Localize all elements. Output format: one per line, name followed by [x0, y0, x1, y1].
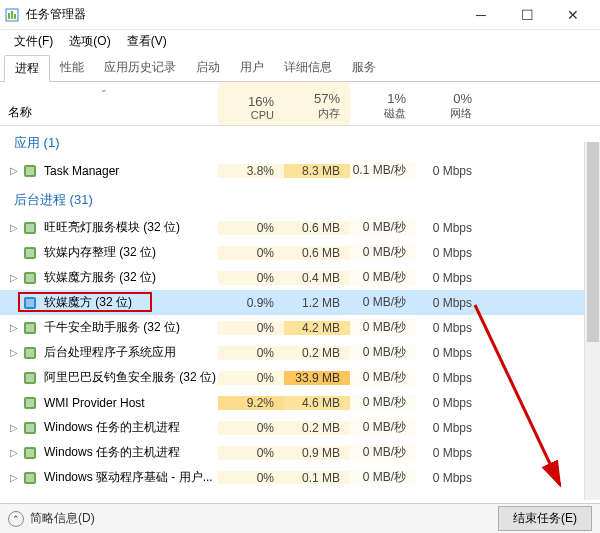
net-value: 0 Mbps — [416, 221, 482, 235]
footer: ⌃ 简略信息(D) 结束任务(E) — [0, 503, 600, 533]
process-name: WMI Provider Host — [44, 396, 145, 410]
svg-rect-11 — [26, 274, 34, 282]
expand-icon[interactable]: ▷ — [8, 472, 20, 483]
expand-icon[interactable]: ▷ — [8, 447, 20, 458]
cpu-value: 0% — [218, 446, 284, 460]
table-row[interactable]: ▷Windows 任务的主机进程0%0.2 MB0 MB/秒0 Mbps — [0, 415, 600, 440]
mem-value: 1.2 MB — [284, 296, 350, 310]
header-net-label: 网络 — [416, 106, 472, 121]
cpu-value: 0% — [218, 246, 284, 260]
process-icon — [22, 445, 38, 461]
table-row[interactable]: ▷软媒魔方服务 (32 位)0%0.4 MB0 MB/秒0 Mbps — [0, 265, 600, 290]
tab-users[interactable]: 用户 — [230, 55, 274, 81]
tab-details[interactable]: 详细信息 — [274, 55, 342, 81]
table-row[interactable]: ▷软媒内存整理 (32 位)0%0.6 MB0 MB/秒0 Mbps — [0, 240, 600, 265]
scrollbar[interactable] — [584, 142, 600, 500]
svg-rect-15 — [26, 324, 34, 332]
mem-value: 0.2 MB — [284, 346, 350, 360]
disk-value: 0 MB/秒 — [350, 469, 416, 484]
svg-rect-23 — [26, 424, 34, 432]
mem-value: 0.6 MB — [284, 246, 350, 260]
process-name: Windows 任务的主机进程 — [44, 444, 180, 461]
process-icon — [22, 320, 38, 336]
mem-value: 0.1 MB — [284, 471, 350, 485]
svg-rect-27 — [26, 474, 34, 482]
close-button[interactable]: ✕ — [550, 0, 596, 30]
mem-value: 0.2 MB — [284, 421, 350, 435]
header-net-pct: 0% — [416, 91, 472, 106]
window-title: 任务管理器 — [26, 6, 458, 23]
scroll-thumb[interactable] — [587, 142, 599, 342]
tab-processes[interactable]: 进程 — [4, 55, 50, 82]
process-icon — [22, 163, 38, 179]
cpu-value: 0% — [218, 346, 284, 360]
maximize-button[interactable]: ☐ — [504, 0, 550, 30]
header-mem-label: 内存 — [284, 106, 340, 121]
cpu-value: 3.8% — [218, 164, 284, 178]
app-icon — [4, 7, 20, 23]
header-network[interactable]: 0% 网络 — [416, 82, 482, 125]
svg-rect-21 — [26, 399, 34, 407]
expand-icon[interactable]: ▷ — [8, 347, 20, 358]
disk-value: 0 MB/秒 — [350, 444, 416, 461]
disk-value: 0 MB/秒 — [350, 394, 416, 411]
mem-value: 4.2 MB — [284, 321, 350, 335]
table-row[interactable]: ▷软媒魔方 (32 位)0.9%1.2 MB0 MB/秒0 Mbps — [0, 290, 600, 315]
header-cpu[interactable]: 16% CPU — [218, 82, 284, 125]
svg-rect-13 — [26, 299, 34, 307]
table-row[interactable]: ▷旺旺亮灯服务模块 (32 位)0%0.6 MB0 MB/秒0 Mbps — [0, 215, 600, 240]
svg-rect-19 — [26, 374, 34, 382]
header-name[interactable]: ⌄ 名称 — [0, 82, 218, 125]
table-row[interactable]: ▷WMI Provider Host9.2%4.6 MB0 MB/秒0 Mbps — [0, 390, 600, 415]
process-name: 千牛安全助手服务 (32 位) — [44, 319, 180, 336]
menu-file[interactable]: 文件(F) — [6, 31, 61, 52]
tabs: 进程 性能 应用历史记录 启动 用户 详细信息 服务 — [0, 52, 600, 82]
expand-icon[interactable]: ▷ — [8, 422, 20, 433]
process-name: Windows 任务的主机进程 — [44, 419, 180, 436]
mem-value: 4.6 MB — [284, 396, 350, 410]
table-row[interactable]: ▷后台处理程序子系统应用0%0.2 MB0 MB/秒0 Mbps — [0, 340, 600, 365]
table-row[interactable]: ▷Windows 驱动程序基础 - 用户...0%0.1 MB0 MB/秒0 M… — [0, 465, 600, 484]
minimize-button[interactable]: ─ — [458, 0, 504, 30]
header-cpu-pct: 16% — [218, 94, 274, 109]
tab-services[interactable]: 服务 — [342, 55, 386, 81]
menu-view[interactable]: 查看(V) — [119, 31, 175, 52]
fewer-details-label: 简略信息(D) — [30, 510, 95, 527]
menu-options[interactable]: 选项(O) — [61, 31, 118, 52]
tab-startup[interactable]: 启动 — [186, 55, 230, 81]
header-disk[interactable]: 1% 磁盘 — [350, 82, 416, 125]
tab-performance[interactable]: 性能 — [50, 55, 94, 81]
net-value: 0 Mbps — [416, 164, 482, 178]
table-row[interactable]: ▷Task Manager3.8%8.3 MB0.1 MB/秒0 Mbps — [0, 158, 600, 183]
table-row[interactable]: ▷阿里巴巴反钓鱼安全服务 (32 位)0%33.9 MB0 MB/秒0 Mbps — [0, 365, 600, 390]
net-value: 0 Mbps — [416, 446, 482, 460]
svg-rect-1 — [8, 13, 10, 19]
end-task-button[interactable]: 结束任务(E) — [498, 506, 592, 531]
net-value: 0 Mbps — [416, 371, 482, 385]
process-name: Task Manager — [44, 164, 119, 178]
net-value: 0 Mbps — [416, 346, 482, 360]
net-value: 0 Mbps — [416, 396, 482, 410]
process-group: 后台进程 (31) — [0, 183, 600, 215]
mem-value: 0.4 MB — [284, 271, 350, 285]
expand-icon[interactable]: ▷ — [8, 272, 20, 283]
tab-app-history[interactable]: 应用历史记录 — [94, 55, 186, 81]
expand-icon[interactable]: ▷ — [8, 322, 20, 333]
net-value: 0 Mbps — [416, 246, 482, 260]
cpu-value: 0% — [218, 471, 284, 485]
sort-arrow-icon: ⌄ — [100, 84, 108, 94]
process-icon — [22, 245, 38, 261]
header-memory[interactable]: 57% 内存 — [284, 82, 350, 125]
process-name: 软媒内存整理 (32 位) — [44, 244, 156, 261]
disk-value: 0 MB/秒 — [350, 369, 416, 386]
mem-value: 8.3 MB — [284, 164, 350, 178]
expand-icon[interactable]: ▷ — [8, 222, 20, 233]
table-row[interactable]: ▷Windows 任务的主机进程0%0.9 MB0 MB/秒0 Mbps — [0, 440, 600, 465]
process-icon — [22, 345, 38, 361]
table-row[interactable]: ▷千牛安全助手服务 (32 位)0%4.2 MB0 MB/秒0 Mbps — [0, 315, 600, 340]
mem-value: 0.6 MB — [284, 221, 350, 235]
net-value: 0 Mbps — [416, 296, 482, 310]
disk-value: 0 MB/秒 — [350, 419, 416, 436]
expand-icon[interactable]: ▷ — [8, 165, 20, 176]
fewer-details-button[interactable]: ⌃ 简略信息(D) — [8, 510, 95, 527]
